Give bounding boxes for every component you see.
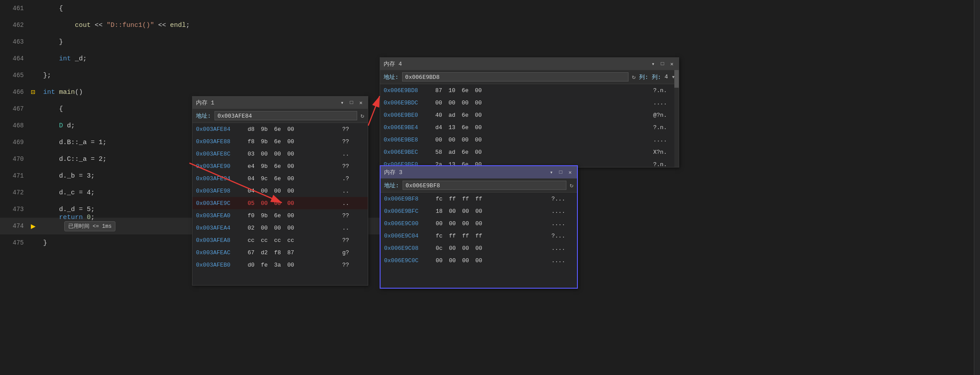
code-line-463: 463 } [0, 33, 383, 50]
arrow-470 [31, 155, 40, 163]
mem3-row-4: 0x006E9C08 0c 00 00 00 .... [381, 242, 577, 254]
arrow-471 [31, 172, 40, 180]
mem1-close-btn[interactable]: ✕ [358, 100, 364, 106]
line-num-474: 474 [0, 223, 31, 230]
line-num-461: 461 [0, 5, 31, 12]
mem3-row-5: 0x006E9C0C 00 00 00 00 .... [381, 254, 577, 267]
mem3-row-1: 0x006E9BFC 18 00 00 00 .... [381, 205, 577, 217]
mem1-row-0: 0x003AFE84 d8 9b 6e 00 ?? [192, 123, 368, 135]
memory-window-3: 内存 3 ▾ □ ✕ 地址: ↻ 0x006E9BF8 fc ff ff ff … [380, 165, 578, 289]
mem3-controls: ▾ □ ✕ [548, 169, 573, 176]
line-num-464: 464 [0, 55, 31, 62]
line-num-463: 463 [0, 38, 31, 45]
arrow-473 [31, 205, 40, 213]
mem3-content: 0x006E9BF8 fc ff ff ff ?... 0x006E9BFC 1… [381, 193, 577, 288]
mem3-row-2: 0x006E9C00 00 00 00 00 .... [381, 217, 577, 230]
mem1-title: 内存 1 [196, 99, 339, 107]
mem1-pin-btn[interactable]: ▾ [339, 100, 345, 106]
mem1-row-8: 0x003AFEA4 02 00 00 00 .. [192, 222, 368, 234]
arrow-465 [31, 71, 40, 79]
current-arrow-474: ▶ [31, 221, 40, 231]
mem1-row-6: 0x003AFE9C 05 00 00 00 .. [192, 197, 368, 209]
line-num-471: 471 [0, 172, 31, 179]
line-num-475: 475 [0, 239, 31, 246]
mem3-pin-btn[interactable]: ▾ [548, 169, 555, 176]
memory-window-1: 内存 1 ▾ □ ✕ 地址: ↻ 0x003AFE84 d8 9b 6e 00 … [192, 96, 368, 286]
right-scrollbar[interactable] [974, 0, 980, 375]
mem4-controls: ▾ □ ✕ [650, 61, 675, 67]
mem3-toolbar: 地址: ↻ [381, 178, 577, 193]
code-line-462: 462 cout << "D::func1()" << endl; [0, 17, 383, 33]
arrow-466: ⊡ [31, 88, 40, 97]
arrow-461 [31, 4, 40, 12]
mem4-maximize-btn[interactable]: □ [659, 61, 666, 67]
mem1-row-10: 0x003AFEAC 67 d2 f8 87 g? [192, 246, 368, 259]
mem1-row-7: 0x003AFEA0 f0 9b 6e 00 ?? [192, 209, 368, 222]
line-content-465: }; [40, 72, 383, 79]
memory-window-4: 内存 4 ▾ □ ✕ 地址: ↻ 列: 列: 4 ▾ 0x006E9BD8 87… [380, 57, 679, 167]
mem4-titlebar: 内存 4 ▾ □ ✕ [380, 58, 679, 70]
mem4-pin-btn[interactable]: ▾ [650, 61, 656, 67]
mem1-row-2: 0x003AFE8C 03 00 00 00 .. [192, 148, 368, 160]
mem1-titlebar: 内存 1 ▾ □ ✕ [192, 97, 368, 109]
arrow-467 [31, 105, 40, 113]
mem1-row-11: 0x003AFEB0 d0 fe 3a 00 ?? [192, 259, 368, 271]
mem4-row-0: 0x006E9BD8 87 10 6e 00 ?.n. [380, 84, 679, 97]
line-num-465: 465 [0, 72, 31, 79]
line-num-466: 466 [0, 89, 31, 96]
arrow-468 [31, 122, 40, 130]
mem1-toolbar: 地址: ↻ [192, 109, 368, 123]
mem4-refresh-icon[interactable]: ↻ [632, 73, 636, 81]
line-content-466: int main() [40, 89, 383, 96]
mem4-row-3: 0x006E9BE4 d4 13 6e 00 ?.n. [380, 121, 679, 134]
arrow-475 [31, 239, 40, 247]
mem1-refresh-icon[interactable]: ↻ [361, 112, 364, 119]
code-line-465: 465 }; [0, 67, 383, 84]
code-line-461: 461 { [0, 0, 383, 17]
mem4-col-text: 列: [652, 73, 661, 81]
mem3-maximize-btn[interactable]: □ [558, 169, 564, 175]
mem1-row-5: 0x003AFE98 04 00 00 00 .. [192, 185, 368, 197]
mem3-addr-label: 地址: [384, 182, 399, 189]
line-num-468: 468 [0, 122, 31, 129]
timing-tooltip: 已用时间 <= 1ms [64, 221, 115, 231]
mem1-row-9: 0x003AFEA8 cc cc cc cc ?? [192, 234, 368, 246]
line-num-472: 472 [0, 189, 31, 196]
mem3-titlebar: 内存 3 ▾ □ ✕ [381, 166, 577, 178]
line-num-473: 473 [0, 206, 31, 213]
mem4-close-btn[interactable]: ✕ [669, 61, 675, 67]
mem1-addr-input[interactable] [214, 111, 357, 120]
mem4-row-1: 0x006E9BDC 00 00 00 00 .... [380, 97, 679, 109]
mem1-row-3: 0x003AFE90 e4 9b 6e 00 ?? [192, 160, 368, 172]
mem4-col-label: 列: [639, 73, 648, 81]
line-content-462: cout << "D::func1()" << endl; [40, 22, 383, 29]
mem1-addr-label: 地址: [196, 112, 211, 120]
mem3-addr-input[interactable] [403, 181, 566, 190]
line-num-469: 469 [0, 139, 31, 146]
mem4-col-value: 4 [665, 74, 668, 80]
line-content-463: } [40, 38, 383, 46]
arrow-463 [31, 38, 40, 46]
arrow-462 [31, 21, 40, 29]
mem3-row-3: 0x006E9C04 fc ff ff ff ?... [381, 230, 577, 242]
mem3-refresh-icon[interactable]: ↻ [570, 182, 573, 189]
mem4-title: 内存 4 [384, 60, 650, 68]
arrow-464 [31, 55, 40, 63]
mem1-maximize-btn[interactable]: □ [348, 100, 355, 106]
arrow-472 [31, 189, 40, 197]
line-num-467: 467 [0, 105, 31, 112]
line-content-464: int _d; [40, 55, 383, 63]
mem3-row-0: 0x006E9BF8 fc ff ff ff ?... [381, 193, 577, 205]
mem4-addr-input[interactable] [402, 72, 629, 82]
mem4-content: 0x006E9BD8 87 10 6e 00 ?.n. 0x006E9BDC 0… [380, 84, 679, 167]
mem1-row-4: 0x003AFE94 04 9c 6e 00 .? [192, 172, 368, 185]
mem1-controls: ▾ □ ✕ [339, 100, 364, 106]
mem4-row-4: 0x006E9BE8 00 00 00 00 .... [380, 134, 679, 146]
mem1-content: 0x003AFE84 d8 9b 6e 00 ?? 0x003AFE88 f8 … [192, 123, 368, 285]
mem3-title: 内存 3 [384, 168, 548, 176]
arrow-469 [31, 138, 40, 146]
line-content-461: { [40, 5, 383, 12]
mem3-close-btn[interactable]: ✕ [567, 169, 573, 176]
mem4-toolbar: 地址: ↻ 列: 列: 4 ▾ [380, 70, 679, 84]
code-line-464: 464 int _d; [0, 50, 383, 67]
